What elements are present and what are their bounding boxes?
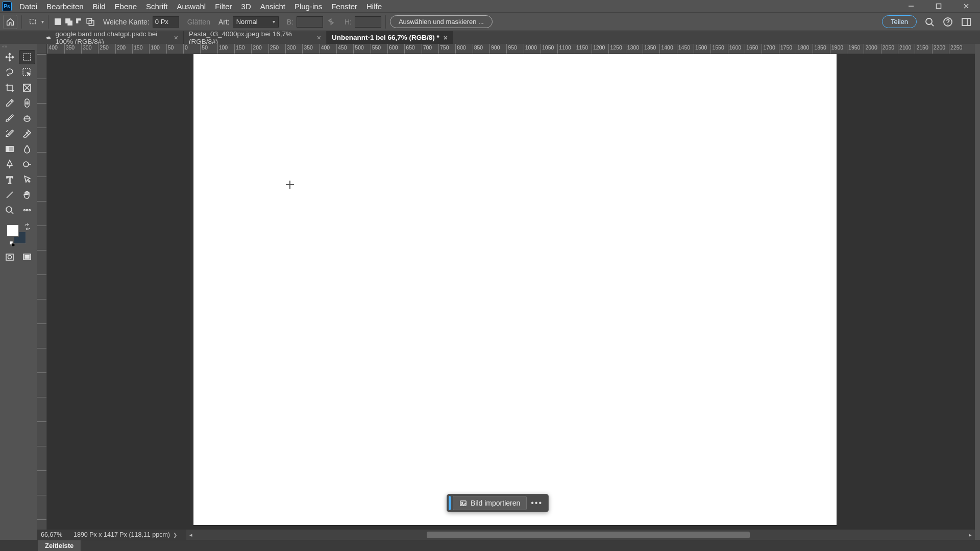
foreground-color[interactable] [7, 224, 19, 237]
menu-fenster[interactable]: Fenster [327, 0, 362, 12]
right-panel-collapsed[interactable] [975, 44, 980, 540]
svg-rect-7 [67, 20, 72, 26]
shape-tool[interactable] [2, 188, 18, 202]
select-and-mask-button[interactable]: Auswählen und maskieren ... [390, 15, 493, 28]
panel-collapse-handle[interactable]: «« [0, 44, 37, 49]
app-logo: Ps [2, 2, 12, 11]
close-tab-icon[interactable]: × [317, 34, 321, 42]
svg-rect-9 [78, 20, 83, 26]
menu-filter[interactable]: Filter [210, 0, 236, 12]
menu-ebene[interactable]: Ebene [110, 0, 141, 12]
feather-label: Weiche Kante: [103, 18, 150, 26]
svg-rect-29 [6, 146, 9, 152]
edit-toolbar-button[interactable] [19, 203, 35, 217]
menu-datei[interactable]: Datei [15, 0, 42, 12]
svg-point-45 [461, 502, 462, 503]
pen-tool[interactable] [2, 157, 18, 171]
healing-brush-tool[interactable] [19, 96, 35, 110]
menu-bearbeiten[interactable]: Bearbeiten [42, 0, 88, 12]
close-button[interactable] [952, 0, 980, 12]
selection-subtract-icon[interactable] [74, 17, 84, 27]
menu-plug-ins[interactable]: Plug-ins [290, 0, 327, 12]
svg-point-36 [27, 210, 28, 211]
dodge-tool[interactable] [19, 157, 35, 171]
eraser-tool[interactable] [19, 127, 35, 141]
default-colors-icon[interactable] [10, 240, 15, 245]
scroll-right-icon[interactable]: ▸ [966, 532, 975, 538]
antialias-label: Glätten [187, 18, 210, 26]
gradient-tool[interactable] [2, 142, 18, 156]
cursor-crosshair-icon [286, 181, 294, 189]
minimize-button[interactable] [897, 0, 925, 12]
import-image-button[interactable]: Bild importieren [453, 496, 527, 510]
screen-mode-button[interactable] [19, 250, 35, 264]
timeline-tab[interactable]: Zeitleiste [38, 540, 81, 551]
home-button[interactable] [3, 15, 17, 29]
maximize-button[interactable] [925, 0, 952, 12]
svg-point-15 [947, 23, 948, 24]
scrollbar-thumb[interactable] [427, 532, 750, 538]
style-select[interactable]: Normal [233, 16, 279, 28]
horizontal-ruler[interactable]: 4003503002502001501005005010015020025030… [47, 44, 975, 54]
more-options-icon[interactable]: ••• [527, 498, 547, 508]
history-brush-tool[interactable] [2, 127, 18, 141]
svg-point-37 [29, 210, 31, 211]
document-tabs: google bard und chatgpt.psdc bei 100% (R… [0, 31, 980, 44]
menu-ansicht[interactable]: Ansicht [256, 0, 290, 12]
marquee-tool[interactable] [19, 50, 35, 64]
document-tab[interactable]: google bard und chatgpt.psdc bei 100% (R… [41, 31, 184, 44]
height-label: H: [345, 18, 352, 26]
brush-tool[interactable] [2, 111, 18, 126]
document-info[interactable]: 1890 Px x 1417 Px (118,11 ppcm)❯ [68, 531, 177, 538]
canvas[interactable] [193, 54, 837, 525]
hand-tool[interactable] [19, 188, 35, 202]
color-swatches[interactable] [4, 223, 26, 245]
contextual-task-bar: Bild importieren ••• [447, 494, 549, 512]
selection-add-icon[interactable] [63, 17, 74, 27]
close-tab-icon[interactable]: × [444, 34, 448, 42]
help-icon[interactable] [942, 16, 953, 28]
selection-intersect-icon[interactable] [85, 17, 95, 27]
timeline-panel-bar: Zeitleiste [0, 540, 980, 551]
horizontal-scrollbar[interactable]: ◂ ▸ [186, 530, 975, 540]
selection-mode-group [53, 17, 95, 27]
menu-hilfe[interactable]: Hilfe [362, 0, 386, 12]
selection-new-icon[interactable] [53, 17, 63, 27]
path-selection-tool[interactable] [19, 172, 35, 187]
swap-colors-icon[interactable] [24, 223, 31, 231]
clone-stamp-tool[interactable] [19, 111, 35, 126]
object-selection-tool[interactable] [19, 65, 35, 80]
cloud-icon [46, 34, 52, 41]
zoom-tool[interactable] [2, 203, 18, 217]
menu-bild[interactable]: Bild [88, 0, 110, 12]
share-button[interactable]: Teilen [882, 15, 917, 28]
vertical-ruler[interactable] [37, 54, 47, 530]
svg-point-35 [24, 210, 26, 211]
document-tab[interactable]: Pasta_03_4000px.jpeg bei 16,7% (RGB/8#)× [184, 31, 327, 44]
workspace-switcher-icon[interactable] [961, 16, 972, 28]
svg-point-41 [8, 256, 12, 259]
scroll-left-icon[interactable]: ◂ [186, 532, 195, 538]
zoom-input[interactable]: 66,67% [37, 531, 68, 538]
height-input [355, 16, 381, 28]
svg-rect-5 [55, 18, 61, 25]
feather-input[interactable]: 0 Px [153, 16, 179, 28]
svg-rect-43 [24, 255, 30, 259]
menu-auswahl[interactable]: Auswahl [173, 0, 211, 12]
search-icon[interactable] [924, 16, 935, 28]
move-tool[interactable] [2, 50, 18, 64]
menu-schrift[interactable]: Schrift [141, 0, 173, 12]
viewport[interactable]: Bild importieren ••• [47, 54, 975, 530]
menu-3d[interactable]: 3D [237, 0, 256, 12]
blur-tool[interactable] [19, 142, 35, 156]
quick-mask-button[interactable] [2, 250, 18, 264]
ruler-origin[interactable] [37, 44, 47, 54]
frame-tool[interactable] [19, 81, 35, 95]
crop-tool[interactable] [2, 81, 18, 95]
tool-preset-picker[interactable] [26, 15, 40, 29]
eyedropper-tool[interactable] [2, 96, 18, 110]
type-tool[interactable] [2, 172, 18, 187]
close-tab-icon[interactable]: × [174, 34, 178, 42]
document-tab[interactable]: Unbenannt-1 bei 66,7% (RGB/8) *× [327, 31, 453, 44]
lasso-tool[interactable] [2, 65, 18, 80]
